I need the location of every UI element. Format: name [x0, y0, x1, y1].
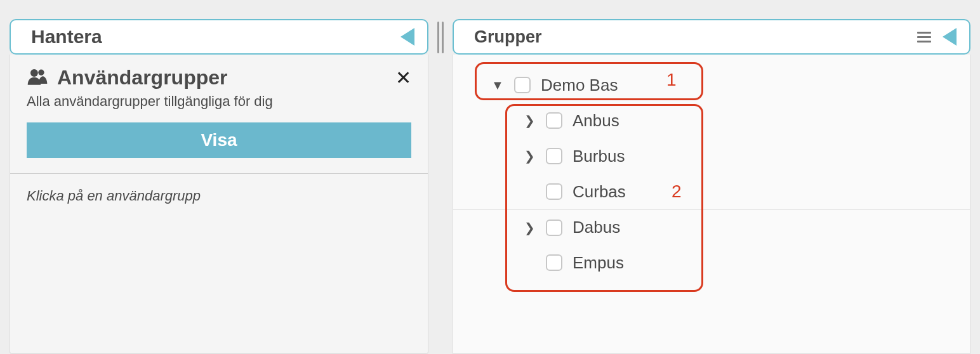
section-title: Användargrupper: [57, 66, 227, 89]
tree-item[interactable]: ❯ Dabus: [453, 209, 970, 245]
tree-container: 1 2 ▼ Demo Bas ❯ Anbus ❯ Burbus: [453, 55, 970, 354]
collapse-right-icon[interactable]: [943, 28, 957, 46]
chevron-down-icon[interactable]: ▼: [491, 78, 504, 93]
left-panel-title: Hantera: [31, 26, 102, 48]
tree-root[interactable]: ▼ Demo Bas: [453, 67, 970, 103]
svg-point-1: [38, 69, 44, 75]
checkbox[interactable]: [546, 254, 562, 271]
right-panel-header[interactable]: Grupper: [453, 19, 970, 55]
checkbox[interactable]: [546, 220, 562, 236]
tree-label: Curbas: [573, 182, 626, 202]
left-panel-header[interactable]: Hantera: [10, 19, 428, 55]
visa-button[interactable]: Visa: [27, 122, 411, 158]
hint-text: Klicka på en användargrupp: [10, 174, 428, 218]
section-subtitle: Alla användargrupper tillgängliga för di…: [10, 89, 428, 122]
svg-point-0: [30, 69, 38, 77]
chevron-right-icon[interactable]: ❯: [523, 148, 536, 164]
collapse-left-icon[interactable]: [401, 28, 414, 46]
checkbox[interactable]: [514, 77, 531, 93]
tree-label: Dabus: [573, 218, 620, 237]
right-panel-title: Grupper: [474, 27, 542, 47]
tree-item[interactable]: Empus: [453, 245, 970, 280]
left-panel: Hantera Användargrupper ✕ Alla användarg…: [10, 19, 428, 354]
close-icon[interactable]: ✕: [395, 69, 411, 88]
tree-item[interactable]: ❯ Anbus: [453, 103, 970, 138]
chevron-right-icon[interactable]: ❯: [523, 113, 536, 128]
tree-label: Empus: [573, 253, 624, 273]
panel-splitter[interactable]: [436, 19, 445, 354]
hamburger-icon[interactable]: [917, 32, 931, 43]
chevron-right-icon[interactable]: ❯: [523, 220, 536, 235]
checkbox[interactable]: [546, 148, 562, 164]
tree-label: Demo Bas: [541, 75, 618, 95]
group-tree: ▼ Demo Bas ❯ Anbus ❯ Burbus Curbas ❯: [453, 67, 970, 280]
left-card: Användargrupper ✕ Alla användargrupper t…: [10, 55, 428, 354]
right-panel: Grupper 1 2 ▼ Demo Bas ❯ Anbus ❯: [453, 19, 970, 354]
users-icon: [27, 67, 48, 89]
tree-item[interactable]: Curbas: [453, 174, 970, 209]
tree-label: Anbus: [573, 111, 619, 131]
checkbox[interactable]: [546, 183, 562, 200]
checkbox[interactable]: [546, 112, 562, 129]
tree-label: Burbus: [573, 147, 625, 166]
section-head: Användargrupper ✕: [10, 55, 428, 89]
tree-item[interactable]: ❯ Burbus: [453, 138, 970, 174]
